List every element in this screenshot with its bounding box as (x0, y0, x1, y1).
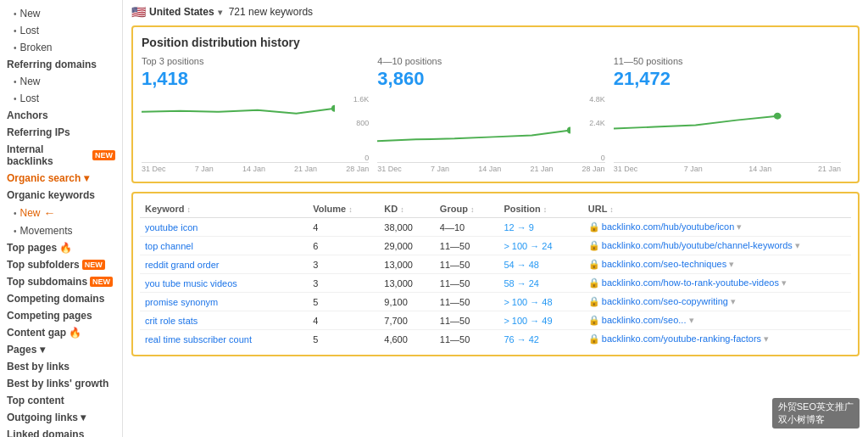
main-content: 🇺🇸 United States ▾ 721 new keywords Posi… (123, 0, 868, 437)
sidebar-item-top-subfolders[interactable]: Top subfolders NEW (0, 256, 122, 273)
cell-keyword[interactable]: promise synonym (140, 293, 308, 311)
svg-point-1 (567, 127, 570, 134)
cell-keyword[interactable]: you tube music videos (140, 274, 308, 293)
sidebar-item-rd-lost[interactable]: • Lost (0, 90, 122, 107)
sidebar-item-rd-new[interactable]: • New (0, 73, 122, 90)
metric-label-1: 4—10 positions (377, 56, 604, 66)
cell-keyword[interactable]: crit role stats (140, 311, 308, 330)
sort-icon[interactable]: ↕ (609, 205, 614, 214)
sidebar-item-ok-movements[interactable]: • Movements (0, 222, 122, 239)
sort-icon[interactable]: ↕ (187, 205, 192, 214)
sidebar-item-best-by-links[interactable]: Best by links (0, 358, 122, 375)
sidebar-item-new-top[interactable]: • New (0, 5, 122, 22)
y-min-0: 0 (364, 154, 369, 162)
metric-4-10: 4—10 positions 3,860 4.8K 2.4K 0 31 Dec … (377, 56, 613, 173)
cell-group: 11—50 (435, 293, 499, 311)
x-labels-1: 31 Dec 7 Jan 14 Jan 21 Jan 28 Jan (377, 165, 604, 173)
lock-icon: 🔒 (588, 221, 600, 232)
cell-url[interactable]: 🔒backlinko.com/seo-copywriting ▾ (583, 293, 851, 311)
sort-icon[interactable]: ↕ (348, 205, 353, 214)
sort-icon[interactable]: ↕ (470, 205, 475, 214)
dot-icon: • (14, 209, 17, 218)
cell-url[interactable]: 🔒backlinko.com/hub/youtube/channel-keywo… (583, 237, 851, 255)
cell-volume: 4 (308, 311, 379, 330)
cell-keyword[interactable]: top channel (140, 237, 308, 255)
sort-icon[interactable]: ↕ (400, 205, 404, 214)
cell-group: 4—10 (435, 218, 499, 237)
chart-title: Position distribution history (142, 36, 849, 49)
metric-value-1: 3,860 (377, 68, 604, 90)
table-row: top channel 6 29,000 11—50 > 100 → 24 🔒b… (140, 237, 851, 255)
dot-icon: • (14, 26, 17, 36)
cell-kd: 7,700 (379, 311, 435, 330)
sidebar-item-referring-ips[interactable]: Referring IPs (0, 124, 122, 141)
sidebar-item-outgoing-links[interactable]: Outgoing links ▾ (0, 409, 122, 426)
sidebar-item-organic-search[interactable]: Organic search ▾ (0, 170, 122, 187)
sidebar-item-broken[interactable]: • Broken (0, 39, 122, 56)
cell-kd: 29,000 (379, 237, 435, 255)
sidebar-item-anchors-top[interactable]: Anchors (0, 107, 122, 124)
sidebar-item-top-pages[interactable]: Top pages 🔥 (0, 239, 122, 256)
table-header-row: Keyword ↕ Volume ↕ KD ↕ Group ↕ Position… (140, 200, 851, 218)
cell-url[interactable]: 🔒backlinko.com/seo... ▾ (583, 311, 851, 330)
cell-volume: 3 (308, 274, 379, 293)
col-position: Position ↕ (498, 200, 582, 218)
sidebar-item-lost-top[interactable]: • Lost (0, 22, 122, 39)
cell-kd: 9,100 (379, 293, 435, 311)
sidebar-item-pages[interactable]: Pages ▾ (0, 341, 122, 358)
svg-point-2 (773, 113, 781, 120)
cell-position: > 100 → 48 (498, 293, 582, 311)
keyword-table-box: Keyword ↕ Volume ↕ KD ↕ Group ↕ Position… (131, 192, 860, 356)
cell-url[interactable]: 🔒backlinko.com/hub/youtube/icon ▾ (583, 218, 851, 237)
cell-group: 11—50 (435, 274, 499, 293)
sidebar-item-best-by-links-growth[interactable]: Best by links' growth (0, 375, 122, 392)
sidebar-item-top-content[interactable]: Top content (0, 392, 122, 409)
sidebar-item-ok-new[interactable]: • New ← (0, 204, 122, 222)
sidebar-item-content-gap[interactable]: Content gap 🔥 (0, 324, 122, 341)
sparkline-0: 1.6K 800 0 (142, 95, 369, 163)
cell-volume: 5 (308, 330, 379, 349)
y-mid-1: 2.4K (589, 119, 605, 127)
table-row: youtube icon 4 38,000 4—10 12 → 9 🔒backl… (140, 218, 851, 237)
cell-keyword[interactable]: reddit grand order (140, 255, 308, 274)
cell-group: 11—50 (435, 237, 499, 255)
sidebar-item-competing-pages[interactable]: Competing pages (0, 307, 122, 324)
sidebar-item-referring-domains[interactable]: Referring domains (0, 56, 122, 73)
cell-keyword[interactable]: real time subscriber count (140, 330, 308, 349)
cell-url[interactable]: 🔒backlinko.com/how-to-rank-youtube-video… (583, 274, 851, 293)
sort-icon[interactable]: ↕ (543, 205, 548, 214)
sidebar-item-competing-domains[interactable]: Competing domains (0, 290, 122, 307)
sidebar-item-linked-domains[interactable]: Linked domains (0, 426, 122, 437)
table-row: you tube music videos 3 13,000 11—50 58 … (140, 274, 851, 293)
metric-label-2: 11—50 positions (614, 56, 841, 66)
x-labels-2: 31 Dec 7 Jan 14 Jan 21 Jan (614, 165, 841, 173)
cell-volume: 5 (308, 293, 379, 311)
metric-label-0: Top 3 positions (142, 56, 369, 66)
col-keyword: Keyword ↕ (140, 200, 308, 218)
lock-icon: 🔒 (588, 315, 600, 325)
sidebar-item-internal-backlinks[interactable]: Internal backlinks NEW (0, 141, 122, 170)
lock-icon: 🔒 (588, 296, 600, 306)
sidebar-item-top-subdomains[interactable]: Top subdomains NEW (0, 273, 122, 290)
cell-position: > 100 → 24 (498, 237, 582, 255)
sidebar: • New • Lost • Broken Referring domains … (0, 0, 123, 437)
table-body: youtube icon 4 38,000 4—10 12 → 9 🔒backl… (140, 218, 851, 349)
cell-kd: 13,000 (379, 255, 435, 274)
cell-position: 12 → 9 (498, 218, 582, 237)
country-label: United States (149, 6, 214, 18)
lock-icon: 🔒 (588, 240, 600, 250)
cell-group: 11—50 (435, 311, 499, 330)
cell-keyword[interactable]: youtube icon (140, 218, 308, 237)
country-selector[interactable]: 🇺🇸 United States ▾ (131, 5, 222, 19)
arrow-icon: ← (44, 206, 56, 220)
chart-metrics: Top 3 positions 1,418 1.6K 800 0 31 Dec … (142, 56, 849, 173)
metric-value-0: 1,418 (142, 68, 369, 90)
table-row: promise synonym 5 9,100 11—50 > 100 → 48… (140, 293, 851, 311)
cell-volume: 4 (308, 218, 379, 237)
cell-url[interactable]: 🔒backlinko.com/youtube-ranking-factors ▾ (583, 330, 851, 349)
cell-url[interactable]: 🔒backlinko.com/seo-techniques ▾ (583, 255, 851, 274)
col-kd: KD ↕ (379, 200, 435, 218)
col-group: Group ↕ (435, 200, 499, 218)
cell-volume: 6 (308, 237, 379, 255)
sidebar-item-organic-keywords[interactable]: Organic keywords (0, 187, 122, 204)
